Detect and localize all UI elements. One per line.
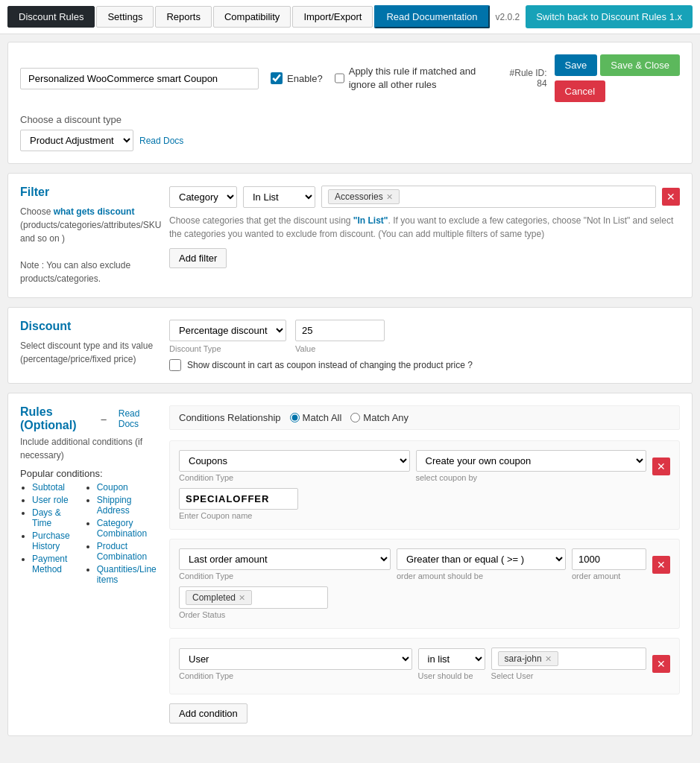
rules-read-docs[interactable]: Read Docs xyxy=(119,408,154,429)
save-button[interactable]: Save xyxy=(555,54,598,76)
condition-order-amount-row: Last order amount Condition Type Greater… xyxy=(179,548,670,580)
popular-quantities-link[interactable]: Quantities/Line items xyxy=(97,564,157,585)
discount-type-select[interactable]: Product Adjustment Cart Discount Free Sh… xyxy=(20,130,133,151)
tab-import-export[interactable]: Import/Export xyxy=(292,6,373,28)
condition-coupons-remove-button[interactable]: ✕ xyxy=(652,458,670,475)
enable-label: Enable? xyxy=(287,73,323,84)
tab-discount-rules[interactable]: Discount Rules xyxy=(7,6,95,28)
discount-value-input[interactable] xyxy=(295,320,385,341)
condition-order-status-tag: Completed ✕ xyxy=(186,590,252,605)
coupon-name-label: Enter Coupon name xyxy=(179,511,670,520)
condition-order-amount-block: Last order amount Condition Type Greater… xyxy=(169,539,680,629)
apply-rule-label: Apply this rule if matched and ignore al… xyxy=(349,65,484,92)
rule-header-card: Enable? Apply this rule if matched and i… xyxy=(7,42,693,164)
condition-order-op-label: order amount should be xyxy=(397,572,566,580)
popular-user-role-link[interactable]: User role xyxy=(32,495,69,505)
popular-payment-method-link[interactable]: Payment Method xyxy=(32,554,67,574)
match-any-radio[interactable] xyxy=(350,413,360,422)
condition-coupons-sub-select[interactable]: Create your own coupon xyxy=(416,450,647,472)
condition-order-type-label: Condition Type xyxy=(179,572,391,580)
popular-category-combination: Category Combination xyxy=(97,518,157,539)
rule-id-value: 84 xyxy=(537,78,546,89)
condition-user-type-label: Condition Type xyxy=(179,671,412,680)
condition-order-op-select[interactable]: Greater than or equal ( >= ) xyxy=(397,548,566,570)
filter-row: Category Product SKU In List Not In List… xyxy=(169,186,680,208)
discount-type-row: Percentage discount Fixed price Discount… xyxy=(169,320,680,353)
condition-order-status-input[interactable]: Completed ✕ xyxy=(179,586,328,609)
filter-left-col: Filter Choose what gets discount (produc… xyxy=(20,186,154,285)
condition-coupons-subfields: Enter Coupon name xyxy=(179,488,670,520)
version-badge: v2.0.2 xyxy=(496,12,520,22)
apply-rule-check: Apply this rule if matched and ignore al… xyxy=(335,65,484,92)
condition-order-type-select[interactable]: Last order amount xyxy=(179,548,391,570)
apply-rule-checkbox[interactable] xyxy=(335,72,344,84)
condition-order-op-group: Greater than or equal ( >= ) order amoun… xyxy=(397,548,566,580)
popular-subtotal: Subtotal xyxy=(32,482,70,493)
condition-user-tag: sara-john ✕ xyxy=(498,651,558,666)
condition-order-amount-group: order amount xyxy=(572,548,646,580)
filter-tag-input[interactable]: Accessories ✕ xyxy=(321,186,656,208)
condition-coupons-type-label: Condition Type xyxy=(179,473,410,482)
add-condition-button[interactable]: Add condition xyxy=(169,703,247,724)
main-content: Enable? Apply this rule if matched and i… xyxy=(0,34,700,753)
popular-product-combo-link[interactable]: Product Combination xyxy=(97,541,147,562)
tab-compatibility[interactable]: Compatibility xyxy=(213,6,291,28)
condition-coupons-type-select[interactable]: Coupons xyxy=(179,450,410,472)
discount-type-section: Choose a discount type Product Adjustmen… xyxy=(20,114,680,151)
rule-name-row: Enable? Apply this rule if matched and i… xyxy=(20,54,680,102)
filter-hint: Choose categories that get the discount … xyxy=(169,214,680,241)
filter-desc-note: Note : You can also exclude products/cat… xyxy=(20,260,130,284)
condition-coupons-sub-group: Create your own coupon select coupon by xyxy=(416,450,647,482)
rules-dash: – xyxy=(101,414,106,425)
enable-checkbox[interactable] xyxy=(271,72,283,84)
filter-type-select[interactable]: Category Product SKU xyxy=(169,186,237,208)
condition-user-row: User Condition Type in list not in list … xyxy=(179,648,670,680)
tab-settings[interactable]: Settings xyxy=(96,6,154,28)
popular-right-list: Coupon Shipping Address Category Combina… xyxy=(85,482,157,587)
condition-user-op-label: User should be xyxy=(418,671,485,680)
match-all-label[interactable]: Match All xyxy=(290,412,342,423)
tab-reports[interactable]: Reports xyxy=(155,6,212,28)
discount-type-read-docs[interactable]: Read Docs xyxy=(139,136,183,146)
condition-order-amount-input[interactable] xyxy=(572,548,646,570)
discount-type-dropdown[interactable]: Percentage discount Fixed price xyxy=(169,320,286,341)
popular-purchase-history: Purchase History xyxy=(32,531,70,551)
filter-tag-label: Accessories xyxy=(335,191,383,202)
popular-coupon-link[interactable]: Coupon xyxy=(97,482,128,493)
match-all-radio[interactable] xyxy=(290,413,300,422)
tab-read-documentation[interactable]: Read Documentation xyxy=(374,5,489,28)
show-coupon-checkbox[interactable] xyxy=(169,359,181,371)
popular-coupon: Coupon xyxy=(97,482,157,493)
popular-subtotal-link[interactable]: Subtotal xyxy=(32,482,65,493)
popular-days-time: Days & Time xyxy=(32,507,70,528)
condition-user-remove-button[interactable]: ✕ xyxy=(652,655,670,673)
cancel-button[interactable]: Cancel xyxy=(555,80,605,102)
filter-desc: Choose what gets discount (products/cate… xyxy=(20,205,154,285)
save-close-button[interactable]: Save & Close xyxy=(600,54,680,76)
coupon-name-input[interactable] xyxy=(179,488,298,510)
filter-tag-remove[interactable]: ✕ xyxy=(386,192,393,202)
popular-days-time-link[interactable]: Days & Time xyxy=(32,507,61,528)
popular-shipping-link[interactable]: Shipping Address xyxy=(97,495,132,516)
discount-desc: Select discount type and its value (perc… xyxy=(20,339,154,366)
condition-user-tag-input[interactable]: sara-john ✕ xyxy=(491,648,646,670)
rules-right-col: Conditions Relationship Match All Match … xyxy=(169,405,680,724)
condition-user-op-select[interactable]: in list not in list xyxy=(418,648,485,670)
filter-op-select[interactable]: In List Not In List xyxy=(243,186,315,208)
switch-back-button[interactable]: Switch back to Discount Rules 1.x xyxy=(526,5,693,28)
popular-purchase-history-link[interactable]: Purchase History xyxy=(32,531,70,551)
condition-user-op-group: in list not in list User should be xyxy=(418,648,485,680)
rule-name-input[interactable] xyxy=(20,68,259,89)
condition-user-type-select[interactable]: User xyxy=(179,648,412,670)
popular-category-combo-link[interactable]: Category Combination xyxy=(97,518,147,539)
condition-order-remove-button[interactable]: ✕ xyxy=(652,556,670,574)
add-filter-button[interactable]: Add filter xyxy=(169,248,227,268)
condition-coupons-row: Coupons Condition Type Create your own c… xyxy=(179,450,670,482)
condition-order-status-remove[interactable]: ✕ xyxy=(239,593,245,603)
filter-two-col: Filter Choose what gets discount (produc… xyxy=(20,186,680,285)
condition-user-tag-remove[interactable]: ✕ xyxy=(545,654,552,664)
filter-row-remove-button[interactable]: ✕ xyxy=(662,188,680,206)
match-any-label[interactable]: Match Any xyxy=(350,412,409,423)
rules-include-desc: Include additional conditions (if necess… xyxy=(20,435,154,462)
popular-payment-method: Payment Method xyxy=(32,554,70,574)
